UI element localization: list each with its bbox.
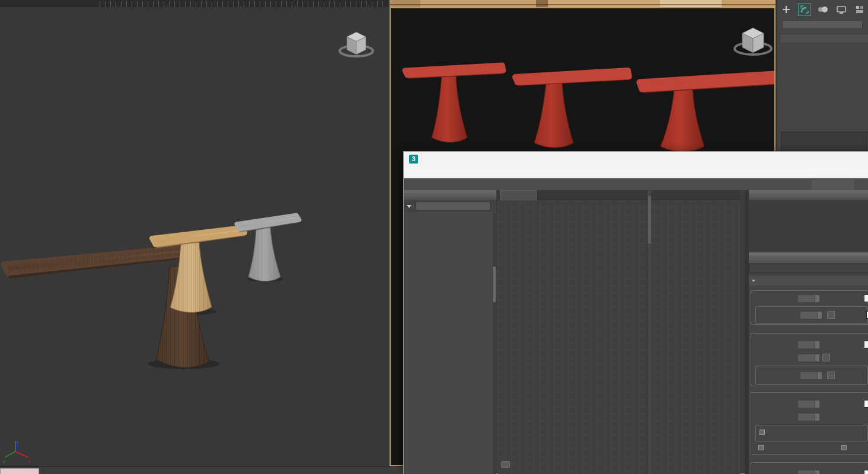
basic-options-rollout[interactable]: [749, 276, 868, 286]
top-right-viewport-sliver[interactable]: [390, 0, 776, 7]
view-tab-right[interactable]: [812, 180, 854, 190]
refraction-level-field[interactable]: [797, 400, 820, 408]
toolbar: [404, 178, 868, 190]
opacity-color-swatch[interactable]: [864, 470, 868, 474]
panel-splitter[interactable]: [745, 190, 749, 474]
glossiness-map-button[interactable]: [822, 354, 830, 361]
perspective-viewport-shaded[interactable]: z x y: [0, 7, 388, 466]
anisotropy-group: [755, 366, 868, 385]
viewcube-widget[interactable]: [730, 21, 775, 60]
node-wires: [497, 200, 741, 474]
window-titlebar[interactable]: 3: [404, 152, 868, 167]
motion-tab[interactable]: [835, 3, 848, 16]
view-tab-bar: [497, 190, 741, 200]
search-input[interactable]: [416, 201, 490, 210]
browser-header[interactable]: [404, 190, 496, 200]
browser-search-row: [404, 200, 496, 212]
node-view-panel: [497, 190, 741, 474]
parameter-editor-panel: [749, 252, 868, 474]
reflection-glossiness-field[interactable]: [797, 354, 820, 362]
top-viewport-sliver[interactable]: [0, 0, 388, 7]
rollout-arrow-icon: [752, 280, 755, 282]
command-panel: [777, 0, 868, 151]
refraction-group: [751, 392, 868, 455]
svg-text:y: y: [3, 459, 5, 463]
top-viewport-label: [0, 1, 4, 7]
svg-text:z: z: [17, 440, 19, 444]
refraction-color-swatch[interactable]: [864, 400, 868, 408]
diffuse-level-field[interactable]: [797, 294, 820, 303]
svg-text:x: x: [28, 459, 31, 463]
refraction-glossiness-field[interactable]: [797, 413, 820, 421]
wood-tables-render: [0, 7, 388, 466]
caustics-checkbox[interactable]: [841, 445, 847, 450]
navigator-panel: [749, 190, 868, 252]
maxscript-mini-listener[interactable]: [0, 468, 39, 474]
diffuse-color-swatch[interactable]: [864, 294, 868, 302]
chevron-down-icon[interactable]: [407, 205, 411, 208]
translucency-fraction-field[interactable]: [800, 311, 822, 319]
material-map-browser-panel: [404, 190, 496, 474]
thin-refraction-checkbox[interactable]: [758, 445, 764, 450]
opacity-level-field[interactable]: [797, 470, 820, 474]
view1-tab[interactable]: [500, 190, 537, 200]
dispersion-enabled-checkbox[interactable]: [760, 430, 765, 435]
3dsmax-application: z x y: [0, 0, 868, 474]
modifier-list-dropdown[interactable]: [780, 34, 868, 43]
menu-bar: [404, 167, 868, 178]
create-tab[interactable]: [780, 3, 793, 16]
reflection-color-swatch[interactable]: [864, 341, 868, 348]
navigator-thumbnail[interactable]: [749, 200, 868, 252]
diffuse-group: [751, 290, 868, 325]
browser-tree: [404, 213, 493, 474]
dispersion-group: [755, 425, 868, 441]
material-header[interactable]: [749, 252, 868, 263]
timeline-ticks: [100, 1, 384, 7]
hierarchy-tab[interactable]: [816, 3, 829, 16]
browser-scrollbar[interactable]: [493, 213, 496, 474]
translucency-group: [755, 306, 868, 324]
3dsmax-logo-icon: 3: [409, 155, 418, 164]
anisotropy-map-button[interactable]: [827, 371, 835, 379]
reflection-group: [751, 333, 868, 386]
clay-tables-render: [391, 8, 776, 162]
divider: [43, 467, 43, 474]
modifier-stack[interactable]: [781, 132, 867, 150]
reflection-level-field[interactable]: [797, 341, 820, 349]
opacity-group: [751, 462, 868, 474]
graph-scrollbar[interactable]: [647, 190, 651, 474]
modify-tab[interactable]: [798, 3, 811, 16]
node-graph-canvas[interactable]: [497, 200, 741, 474]
translucency-map-button[interactable]: [827, 311, 835, 319]
object-name-field[interactable]: [782, 20, 863, 29]
navigator-header[interactable]: [749, 190, 868, 200]
right-column: [749, 190, 868, 474]
status-bar: [0, 466, 403, 474]
top-right-viewport-label: [390, 0, 394, 6]
world-axis-tripod: z x y: [2, 438, 32, 463]
pan-tool-icon[interactable]: [501, 461, 510, 468]
display-tab[interactable]: [853, 3, 866, 16]
slate-material-editor-window: 3: [403, 151, 868, 474]
anisotropy-amount-field[interactable]: [800, 371, 822, 380]
viewcube-widget[interactable]: [335, 26, 376, 62]
material-name-field[interactable]: [749, 264, 868, 273]
